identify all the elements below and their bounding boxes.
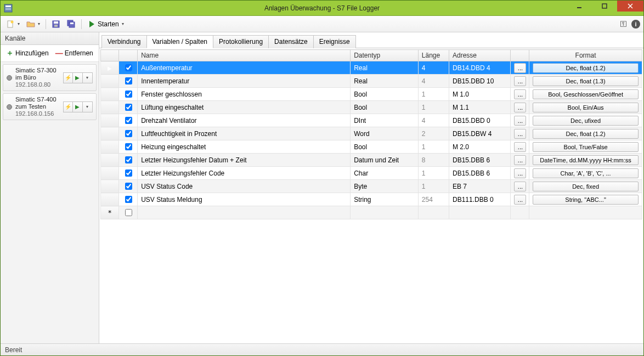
key-icon[interactable]: ⚿ — [620, 20, 627, 28]
cell-address[interactable]: DB15.DBD 10 — [449, 75, 511, 88]
channel-connect-button[interactable]: ⚡ — [63, 72, 73, 83]
cell-datatype[interactable]: Bool — [351, 101, 419, 114]
format-button[interactable]: Bool, True/False — [533, 142, 639, 152]
column-header-rowselector[interactable] — [100, 50, 119, 61]
address-picker-button[interactable]: ... — [514, 168, 526, 178]
table-row[interactable]: Lüftung eingeschaltet Bool 1 M 1.1 ... B… — [100, 101, 642, 114]
tab[interactable]: Variablen / Spalten — [146, 35, 214, 48]
tab[interactable]: Verbindung — [101, 35, 147, 48]
cell-length[interactable]: 4 — [418, 61, 449, 75]
cell-address[interactable]: M 1.1 — [449, 101, 511, 114]
row-header-cell[interactable] — [100, 88, 119, 101]
table-row[interactable]: Heizung eingeschaltet Bool 1 M 2.0 ... B… — [100, 140, 642, 154]
toolbar-save-all-button[interactable] — [65, 19, 78, 30]
tab[interactable]: Datensätze — [268, 35, 314, 48]
channel-connect-button[interactable]: ⚡ — [63, 101, 73, 112]
cell-name[interactable]: Heizung eingeschaltet — [138, 140, 351, 154]
column-header-address[interactable]: Adresse — [449, 50, 511, 61]
column-header-checkbox[interactable] — [119, 50, 138, 61]
tab[interactable]: Protokollierung — [213, 35, 269, 48]
table-row[interactable]: Fenster geschlossen Bool 1 M 1.0 ... Boo… — [100, 88, 642, 101]
cell-length[interactable]: 254 — [418, 193, 449, 206]
cell-datatype[interactable]: Bool — [351, 88, 419, 101]
format-button[interactable]: String, "ABC..." — [533, 195, 639, 205]
row-header-cell[interactable] — [100, 167, 119, 180]
address-picker-button[interactable]: ... — [514, 89, 526, 99]
cell-datatype[interactable]: Char — [351, 167, 419, 180]
window-minimize-button[interactable] — [567, 1, 592, 12]
cell-datatype[interactable]: Datum und Zeit — [351, 154, 419, 167]
format-button[interactable]: Bool, Geschlossen/Geöffnet — [533, 89, 639, 99]
address-picker-button[interactable]: ... — [514, 76, 526, 86]
cell-name[interactable]: USV Status Code — [138, 180, 351, 193]
cell-length[interactable]: 1 — [418, 167, 449, 180]
cell-name[interactable]: Lüftung eingeschaltet — [138, 101, 351, 114]
cell-address[interactable]: DB15.DBD 0 — [449, 114, 511, 127]
format-button[interactable]: Bool, Ein/Aus — [533, 103, 639, 112]
cell-datatype[interactable]: Byte — [351, 180, 419, 193]
cell-address[interactable]: M 2.0 — [449, 140, 511, 154]
format-button[interactable]: Dec, fixed — [533, 182, 639, 191]
cell-address[interactable] — [449, 206, 511, 219]
cell-name[interactable] — [138, 206, 351, 219]
cell-name[interactable]: Innentemperatur — [138, 75, 351, 88]
cell-datatype[interactable]: Word — [351, 127, 419, 140]
address-picker-button[interactable]: ... — [514, 182, 526, 191]
row-header-cell[interactable] — [100, 75, 119, 88]
format-button[interactable]: Dec, ufixed — [533, 116, 639, 126]
row-checkbox[interactable] — [125, 209, 132, 216]
column-header-format[interactable]: Format — [529, 50, 642, 61]
channel-menu-button[interactable]: ▾ — [83, 101, 93, 112]
row-checkbox[interactable] — [125, 64, 132, 71]
table-row[interactable]: Innentemperatur Real 4 DB15.DBD 10 ... D… — [100, 75, 642, 88]
cell-address[interactable]: M 1.0 — [449, 88, 511, 101]
table-row[interactable]: USV Status Code Byte 1 EB 7 ... Dec, fix… — [100, 180, 642, 193]
toolbar-save-button[interactable] — [49, 19, 63, 30]
row-checkbox[interactable] — [125, 183, 132, 190]
row-checkbox[interactable] — [125, 130, 132, 137]
cell-name[interactable]: USV Status Meldung — [138, 193, 351, 206]
channel-menu-button[interactable]: ▾ — [83, 72, 93, 83]
column-header-name[interactable]: Name — [138, 50, 351, 61]
window-maximize-button[interactable] — [592, 1, 617, 12]
window-close-button[interactable] — [617, 1, 643, 12]
table-row[interactable]: Luftfeuchtigkeit in Prozent Word 2 DB15.… — [100, 127, 642, 140]
address-picker-button[interactable]: ... — [514, 155, 526, 165]
cell-address[interactable]: DB111.DBB 0 — [449, 193, 511, 206]
sidebar-remove-button[interactable]: — Entfernen — [53, 48, 95, 59]
cell-datatype[interactable]: String — [351, 193, 419, 206]
toolbar-new-button[interactable]: ▾ — [4, 19, 22, 30]
table-row[interactable]: Drehzahl Ventilator DInt 4 DB15.DBD 0 ..… — [100, 114, 642, 127]
row-checkbox[interactable] — [125, 143, 132, 150]
address-picker-button[interactable]: ... — [514, 129, 526, 139]
cell-length[interactable]: 4 — [418, 114, 449, 127]
row-header-cell[interactable] — [100, 101, 119, 114]
table-row[interactable]: Letzter Heizungsfehler Datum + Zeit Datu… — [100, 154, 642, 167]
cell-address[interactable]: DB14.DBD 4 — [449, 61, 511, 75]
cell-datatype[interactable]: Real — [351, 75, 419, 88]
row-checkbox[interactable] — [125, 169, 132, 177]
format-button[interactable]: Dec, float (1.3) — [533, 76, 639, 86]
column-header-datatype[interactable]: Datentyp — [351, 50, 419, 61]
row-header-cell[interactable]: ▶ — [100, 61, 119, 75]
address-picker-button[interactable]: ... — [514, 116, 526, 126]
cell-length[interactable]: 1 — [418, 88, 449, 101]
cell-name[interactable]: Letzter Heizungsfehler Datum + Zeit — [138, 154, 351, 167]
channel-item[interactable]: Simatic S7-300 im Büro 192.168.0.80 ⚡ ▶ … — [3, 64, 97, 91]
cell-length[interactable]: 8 — [418, 154, 449, 167]
cell-length[interactable]: 2 — [418, 127, 449, 140]
cell-length[interactable]: 1 — [418, 101, 449, 114]
cell-name[interactable]: Fenster geschlossen — [138, 88, 351, 101]
address-picker-button[interactable]: ... — [514, 195, 526, 205]
toolbar-start-button[interactable]: Starten ▾ — [85, 19, 126, 30]
table-row[interactable]: USV Status Meldung String 254 DB111.DBB … — [100, 193, 642, 206]
row-header-cell[interactable] — [100, 180, 119, 193]
channel-play-button[interactable]: ▶ — [73, 72, 83, 83]
cell-address[interactable]: EB 7 — [449, 180, 511, 193]
cell-datatype[interactable]: DInt — [351, 114, 419, 127]
cell-name[interactable]: Luftfeuchtigkeit in Prozent — [138, 127, 351, 140]
cell-name[interactable]: Drehzahl Ventilator — [138, 114, 351, 127]
row-header-cell[interactable]: * — [100, 206, 119, 219]
cell-datatype[interactable]: Bool — [351, 140, 419, 154]
column-header-address-button[interactable] — [511, 50, 529, 61]
